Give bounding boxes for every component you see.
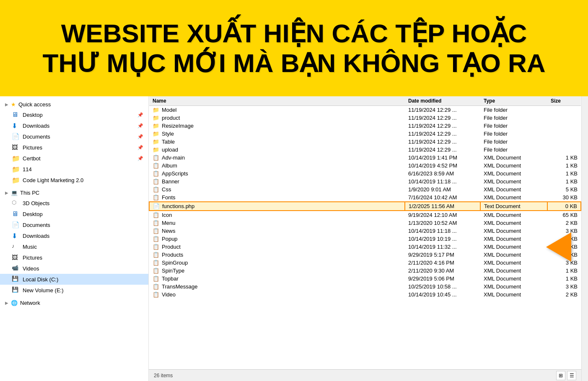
table-row[interactable]: 📋Icon 9/19/2024 12:10 AM XML Document 65… — [149, 211, 581, 219]
sidebar-item-pictures-pc[interactable]: 🖼 Pictures — [0, 252, 148, 263]
arrow-right-icon — [546, 232, 571, 262]
documents-icon: 📄 — [12, 221, 19, 229]
table-row[interactable]: 📁Table 11/19/2024 12:29 ... File folder — [149, 138, 581, 146]
sidebar-label: 3D Objects — [23, 200, 49, 206]
file-type: File folder — [480, 106, 547, 114]
table-row[interactable]: 📋Products 9/29/2019 5:17 PM XML Document… — [149, 251, 581, 259]
table-row[interactable]: 📋Menu 1/13/2020 10:52 AM XML Document 2 … — [149, 219, 581, 227]
table-row[interactable]: 📋AppScripts 6/16/2023 8:59 AM XML Docume… — [149, 170, 581, 178]
file-type: File folder — [480, 114, 547, 122]
table-row[interactable]: 📁ResizeImage 11/19/2024 12:29 ... File f… — [149, 122, 581, 130]
table-row[interactable]: 📁product 11/19/2024 12:29 ... File folde… — [149, 114, 581, 122]
table-row[interactable]: 📋Album 10/14/2019 4:52 PM XML Document 1… — [149, 162, 581, 170]
folder-icon: 📁 — [12, 165, 19, 173]
local-disk-icon: 💾 — [12, 275, 19, 283]
file-date: 1/2/2025 11:56 AM — [405, 202, 480, 211]
file-size — [547, 138, 581, 146]
sidebar-this-pc[interactable]: ▶ 💻 This PC — [0, 188, 148, 198]
file-size: 1 KB — [547, 178, 581, 185]
file-name: 📁product — [149, 114, 405, 122]
file-size — [547, 114, 581, 122]
sidebar-label: Desktop — [23, 211, 43, 217]
file-name: 📋Product — [149, 243, 405, 251]
file-name: 📄functions.php — [149, 202, 405, 211]
file-date: 9/19/2024 12:10 AM — [405, 211, 480, 219]
table-row[interactable]: 📋SpinGroup 2/11/2020 4:16 PM XML Documen… — [149, 259, 581, 267]
pin-icon: 📌 — [137, 156, 143, 161]
sidebar-network[interactable]: ▶ 🌐 Network — [0, 298, 148, 308]
table-row[interactable]: 📋TransMessage 10/25/2019 10:58 ... XML D… — [149, 283, 581, 291]
table-row[interactable]: 📋Topbar 9/29/2019 5:06 PM XML Document 1… — [149, 275, 581, 283]
sidebar-item-codelight[interactable]: 📁 Code Light Marketing 2.0 — [0, 175, 148, 185]
main-content: Name Date modified Type Size 📁Model 11/1… — [149, 96, 581, 381]
file-date: 10/14/2019 10:45 ... — [405, 291, 480, 299]
table-row[interactable]: 📋Popup 10/14/2019 10:19 ... XML Document… — [149, 235, 581, 243]
file-date: 11/19/2024 12:29 ... — [405, 130, 480, 138]
file-name: 📋Menu — [149, 219, 405, 227]
col-type[interactable]: Type — [480, 96, 547, 106]
table-row[interactable]: 📋Product 10/14/2019 11:32 ... XML Docume… — [149, 243, 581, 251]
sidebar-item-downloads-pc[interactable]: ⬇ Downloads — [0, 230, 148, 241]
sidebar-item-local-disk-c[interactable]: 💾 Local Disk (C:) — [0, 274, 148, 285]
downloads-icon: ⬇ — [12, 232, 19, 239]
sidebar-item-downloads-qa[interactable]: ⬇ Downloads 📌 — [0, 120, 148, 131]
table-row[interactable]: 📋Css 1/9/2020 9:01 AM XML Document 5 KB — [149, 185, 581, 193]
col-date[interactable]: Date modified — [405, 96, 480, 106]
file-type: XML Document — [480, 227, 547, 235]
sidebar-item-new-volume-e[interactable]: 💾 New Volume (E:) — [0, 285, 148, 296]
sidebar-quick-access[interactable]: ▶ ★ Quick access — [0, 100, 148, 109]
table-row[interactable]: 📋SpinType 2/11/2020 9:30 AM XML Document… — [149, 267, 581, 275]
xml-icon: 📋 — [153, 228, 159, 234]
table-row[interactable]: 📁Style 11/19/2024 12:29 ... File folder — [149, 130, 581, 138]
sidebar-item-documents-qa[interactable]: 📄 Documents 📌 — [0, 131, 148, 142]
xml-icon: 📋 — [153, 212, 159, 218]
sidebar-item-3dobjects[interactable]: ⬡ 3D Objects — [0, 198, 148, 209]
file-list[interactable]: Name Date modified Type Size 📁Model 11/1… — [149, 96, 581, 369]
file-size: 2 KB — [547, 219, 581, 227]
sidebar-item-videos[interactable]: 📹 Videos — [0, 263, 148, 274]
table-row[interactable]: 📋Adv-main 10/14/2019 1:41 PM XML Documen… — [149, 154, 581, 162]
table-row[interactable]: 📄functions.php 1/2/2025 11:56 AM Text Do… — [149, 202, 581, 211]
file-date: 7/16/2024 10:42 AM — [405, 193, 480, 202]
list-view-button[interactable]: ☰ — [567, 371, 576, 380]
file-date: 10/25/2019 10:58 ... — [405, 283, 480, 291]
file-date: 11/19/2024 12:29 ... — [405, 138, 480, 146]
col-name[interactable]: Name — [149, 96, 405, 106]
sidebar-item-music[interactable]: ♪ Music — [0, 241, 148, 252]
status-bar: 26 items ⊞ ☰ — [149, 369, 581, 381]
sidebar-item-pictures-qa[interactable]: 🖼 Pictures 📌 — [0, 142, 148, 153]
file-type: XML Document — [480, 178, 547, 185]
grid-view-button[interactable]: ⊞ — [556, 371, 565, 380]
sidebar-label: Music — [23, 244, 37, 250]
sidebar-item-desktop-qa[interactable]: 🖥 Desktop 📌 — [0, 109, 148, 120]
quick-access-label: Quick access — [18, 101, 51, 108]
file-date: 6/16/2023 8:59 AM — [405, 170, 480, 178]
file-name: 📋Popup — [149, 235, 405, 243]
table-row[interactable]: 📋Fonts 7/16/2024 10:42 AM XML Document 3… — [149, 193, 581, 202]
file-name: 📋Album — [149, 162, 405, 170]
sidebar-item-certbot[interactable]: 📁 Certbot 📌 — [0, 153, 148, 164]
sidebar-item-documents-pc[interactable]: 📄 Documents — [0, 219, 148, 230]
table-row[interactable]: 📁Model 11/19/2024 12:29 ... File folder — [149, 106, 581, 114]
folder-icon: 📁 — [153, 147, 159, 153]
col-size[interactable]: Size — [547, 96, 581, 106]
quick-access-icon: ★ — [11, 101, 16, 108]
file-name: 📋Adv-main — [149, 154, 405, 162]
xml-icon: 📋 — [153, 154, 159, 161]
file-type: File folder — [480, 130, 547, 138]
pin-icon: 📌 — [137, 112, 143, 118]
file-type: XML Document — [480, 259, 547, 267]
sidebar-item-114[interactable]: 📁 114 — [0, 164, 148, 175]
file-name: 📁Model — [149, 106, 405, 114]
downloads-icon: ⬇ — [12, 122, 19, 129]
this-pc-label: This PC — [20, 190, 39, 196]
file-name: 📋Css — [149, 185, 405, 193]
table-row[interactable]: 📋Banner 10/14/2019 11:18 ... XML Documen… — [149, 178, 581, 185]
file-name: 📁Style — [149, 130, 405, 138]
sidebar-item-desktop-pc[interactable]: 🖥 Desktop — [0, 209, 148, 219]
table-row[interactable]: 📋News 10/14/2019 11:18 ... XML Document … — [149, 227, 581, 235]
file-type: File folder — [480, 146, 547, 154]
scrollbar[interactable] — [581, 96, 588, 381]
table-row[interactable]: 📁upload 11/19/2024 12:29 ... File folder — [149, 146, 581, 154]
table-row[interactable]: 📋Video 10/14/2019 10:45 ... XML Document… — [149, 291, 581, 299]
